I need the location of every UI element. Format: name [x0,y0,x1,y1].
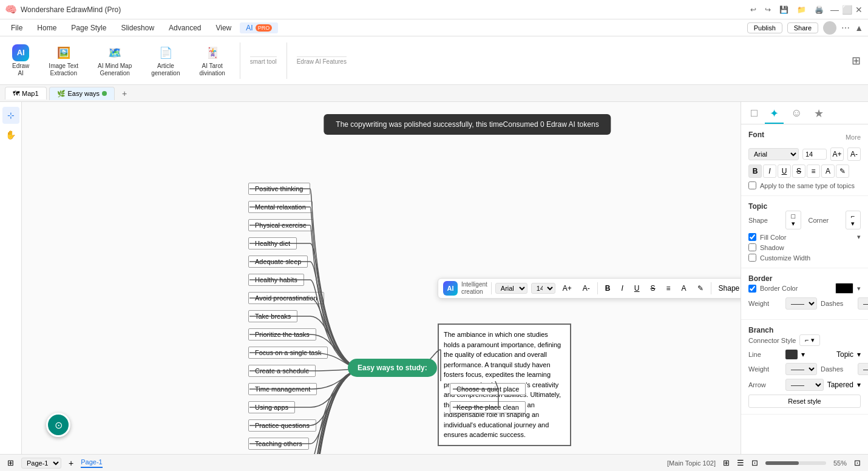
branch-topic-expand[interactable]: ▾ [857,350,861,359]
underline-format-button[interactable]: U [778,164,791,178]
font-increase-button[interactable]: A+ [830,147,844,161]
branch-node-8[interactable]: Prioritize the tasks [248,328,316,341]
publish-button[interactable]: Publish [747,22,782,33]
collapse-icon[interactable]: ▲ [855,23,863,33]
branch-node-7[interactable]: Take breaks [248,310,297,322]
reset-style-button[interactable]: Reset style [748,395,861,408]
highlight-format-button[interactable]: ✎ [836,164,849,178]
branch-node-11[interactable]: Time management [248,383,317,395]
font-family-select[interactable]: Arial [748,148,799,160]
border-color-expand[interactable]: ▾ [857,285,861,293]
shape-toolbar-button[interactable]: Shape [715,283,741,294]
strikethrough-format-button[interactable]: S [792,164,805,178]
ribbon-ai-tarot[interactable]: 🃏 AI Tarotdivination [195,42,230,80]
list-view-button[interactable]: ☰ [737,458,744,467]
border-color-swatch[interactable] [835,283,853,294]
panel-toggle-button[interactable]: ⊞ [852,54,861,67]
branch-node-0[interactable]: Positive thinking [248,183,310,195]
border-color-checkbox[interactable] [748,285,756,293]
font-size-input[interactable] [802,149,827,160]
sub-node-0[interactable]: Choose a quiet place [450,383,526,395]
menu-ai[interactable]: AI PRO [240,22,278,33]
tab-add-button[interactable]: + [117,87,132,100]
branch-node-12[interactable]: Using apps [248,401,295,413]
restore-button[interactable]: ⬜ [843,5,851,14]
sub-node-1[interactable]: Keep the place clean [450,401,526,413]
shape-select-button[interactable]: □ ▾ [785,211,801,229]
branch-line-expand[interactable]: ▾ [801,350,805,359]
bottom-circle-button[interactable]: ⊙ [46,413,70,437]
tab-easy-ways[interactable]: 🌿 Easy ways [49,87,115,100]
ribbon-article[interactable]: 📄 Articlegeneration [146,42,185,80]
branch-node-6[interactable]: Avoid procrastination [248,292,324,304]
add-page-button[interactable]: + [69,458,73,468]
branch-node-4[interactable]: Adequate sleep [248,256,308,268]
branch-node-13[interactable]: Practice questions [248,419,316,432]
bold-button[interactable]: B [602,283,614,294]
ai-toolbar-icon[interactable]: AI [443,281,458,296]
close-button[interactable]: ✕ [855,5,863,14]
folder-icon[interactable]: 📁 [795,5,808,14]
menu-page-style[interactable]: Page Style [65,22,112,33]
border-dashes-select[interactable]: —— [858,297,868,310]
font-more-link[interactable]: More [846,134,861,141]
minimize-button[interactable]: — [830,5,839,14]
branch-dashes-select[interactable]: —— [858,363,868,375]
menu-file[interactable]: File [5,22,29,33]
increase-font-button[interactable]: A+ [559,283,575,294]
page-select[interactable]: Page-1 [21,458,61,469]
align-format-button[interactable]: ≡ [807,164,820,178]
tab-map1[interactable]: 🗺 Map1 [5,87,47,100]
highlight-button[interactable]: ✎ [694,283,707,294]
border-weight-select[interactable]: —— [785,297,817,310]
branch-node-9[interactable]: Focus on a single task [248,347,328,359]
font-select[interactable]: Arial [495,283,527,294]
select-tool-button[interactable]: ⊹ [2,107,19,124]
branch-arrow-style-expand[interactable]: ▾ [857,381,861,389]
font-color-button[interactable]: A [678,283,690,294]
branch-arrow-select[interactable]: —— [785,379,824,391]
branch-weight-select[interactable]: —— [785,363,817,375]
central-node[interactable]: Easy ways to study: [348,359,437,377]
shadow-checkbox[interactable] [748,243,756,251]
bold-format-button[interactable]: B [748,164,762,178]
branch-node-5[interactable]: Healthy habits [248,274,304,286]
print-icon[interactable]: 🖨️ [813,5,826,14]
panel-tab-style[interactable]: ✦ [765,104,784,124]
decrease-font-button[interactable]: A- [579,283,594,294]
fit-screen-button[interactable]: ⊡ [854,458,861,467]
strikethrough-button[interactable]: S [647,283,659,294]
branch-node-2[interactable]: Physical exercise [248,219,313,231]
italic-button[interactable]: I [618,283,627,294]
panel-tab-star[interactable]: ★ [809,104,829,124]
underline-button[interactable]: U [631,283,643,294]
panel-tab-emoji[interactable]: ☺ [786,104,807,124]
zoom-slider[interactable] [765,461,826,465]
branch-node-14[interactable]: Teaching others [248,438,309,450]
italic-format-button[interactable]: I [763,164,776,178]
view-mode-button[interactable]: ⊞ [723,458,730,467]
customize-width-checkbox[interactable] [748,254,756,262]
font-decrease-button[interactable]: A- [847,147,861,161]
ribbon-image-text[interactable]: 🖼️ Image TextExtraction [44,42,83,80]
align-button[interactable]: ≡ [663,283,674,294]
undo-icon[interactable]: ↩ [748,5,758,14]
connector-style-button[interactable]: ⌐ ▾ [799,334,819,346]
save-icon[interactable]: 💾 [778,5,790,14]
font-color-format-button[interactable]: A [821,164,835,178]
branch-node-3[interactable]: Healthy diet [248,237,297,249]
menu-advanced[interactable]: Advanced [163,22,207,33]
fill-color-checkbox[interactable] [748,233,756,241]
ribbon-edraw-ai[interactable]: AI EdrawAI [7,42,34,80]
user-avatar[interactable] [823,21,836,35]
corner-select-button[interactable]: ⌐ ▾ [846,211,861,229]
menu-slideshow[interactable]: Slideshow [115,22,160,33]
branch-line-color[interactable] [785,350,798,359]
menu-home[interactable]: Home [31,22,63,33]
fill-color-expand[interactable]: ▾ [857,233,861,241]
outline-button[interactable]: ⊡ [751,458,758,467]
ribbon-ai-mind-map[interactable]: 🗺️ AI Mind MapGeneration [93,42,137,80]
more-options-icon[interactable]: ⋯ [841,23,850,33]
branch-node-10[interactable]: Create a schedule [248,365,316,377]
share-button[interactable]: Share [787,22,818,33]
